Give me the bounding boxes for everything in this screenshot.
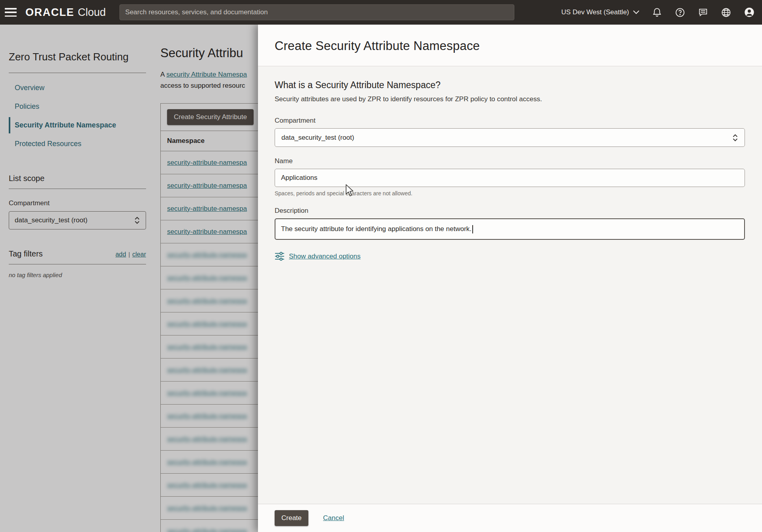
question-body: Security attributes are used by ZPR to i… xyxy=(275,95,745,103)
logo-cloud-text: Cloud xyxy=(78,6,106,19)
namespace-link: security-attribute-namespa xyxy=(167,251,247,259)
show-advanced-options-link[interactable]: Show advanced options xyxy=(289,253,361,260)
text-caret xyxy=(472,225,473,233)
drawer-compartment-value: data_security_test (root) xyxy=(281,134,354,142)
drawer-title: Create Security Attribute Namespace xyxy=(275,39,745,53)
chevron-updown-icon xyxy=(732,134,738,142)
drawer-footer: Create Cancel xyxy=(258,504,762,532)
namespace-link[interactable]: security-attribute-namespa xyxy=(167,182,247,190)
sidebar-item-overview[interactable]: Overview xyxy=(9,79,146,97)
namespace-link: security-attribute-namespa xyxy=(167,527,247,532)
sidebar-nav: Overview Policies Security Attribute Nam… xyxy=(9,79,146,153)
namespace-link: security-attribute-namespa xyxy=(167,343,247,351)
tag-link-separator: | xyxy=(129,251,130,258)
drawer-compartment-select[interactable]: data_security_test (root) xyxy=(275,128,745,147)
description-input[interactable]: The security attribute for identifying a… xyxy=(275,218,745,240)
sidebar: Zero Trust Packet Routing Overview Polic… xyxy=(0,25,155,532)
help-icon[interactable] xyxy=(675,7,685,18)
divider xyxy=(9,73,146,73)
divider xyxy=(9,189,146,189)
namespace-link[interactable]: security-attribute-namespa xyxy=(167,228,247,236)
namespace-link: security-attribute-namespa xyxy=(167,274,247,282)
tag-add-link[interactable]: add xyxy=(115,251,126,258)
sidebar-item-policies[interactable]: Policies xyxy=(9,97,146,116)
compartment-select-value: data_security_test (root) xyxy=(15,216,87,224)
search-input[interactable] xyxy=(119,4,514,20)
oracle-cloud-logo: ORACLE Cloud xyxy=(25,6,106,19)
namespace-link: security-attribute-namespa xyxy=(167,366,247,374)
tag-filters-title: Tag filters xyxy=(9,249,43,258)
create-button[interactable]: Create xyxy=(275,510,308,526)
question-heading: What is a Security Attribute Namespace? xyxy=(275,80,745,91)
globe-icon[interactable] xyxy=(721,7,731,18)
topbar-actions: US Dev West (Seattle) xyxy=(561,7,755,18)
divider xyxy=(9,264,146,264)
region-label: US Dev West (Seattle) xyxy=(561,8,629,16)
tag-clear-link[interactable]: clear xyxy=(132,251,146,258)
chevron-updown-icon xyxy=(134,216,140,224)
namespace-link: security-attribute-namespa xyxy=(167,297,247,305)
namespace-link: security-attribute-namespa xyxy=(167,481,247,489)
namespace-link: security-attribute-namespa xyxy=(167,458,247,466)
compartment-field-label: Compartment xyxy=(275,117,745,125)
sidebar-item-security-attribute-namespace[interactable]: Security Attribute Namespace xyxy=(9,116,146,135)
namespace-link[interactable]: security-attribute-namespa xyxy=(167,205,247,213)
drawer-body: What is a Security Attribute Namespace? … xyxy=(258,66,762,504)
description-value: The security attribute for identifying a… xyxy=(281,225,471,233)
namespace-link[interactable]: security-attribute-namespa xyxy=(167,159,247,167)
sidebar-title: Zero Trust Packet Routing xyxy=(9,51,146,63)
name-input[interactable] xyxy=(275,169,745,187)
feedback-chat-icon[interactable] xyxy=(698,7,708,18)
user-avatar-icon[interactable] xyxy=(744,7,755,18)
topbar: ORACLE Cloud US Dev West (Seattle) xyxy=(0,0,762,25)
notifications-bell-icon[interactable] xyxy=(652,7,662,18)
namespace-doc-link[interactable]: security Attribute Namespa xyxy=(166,71,247,78)
no-tag-filters-text: no tag filters applied xyxy=(9,272,146,278)
namespace-link: security-attribute-namespa xyxy=(167,320,247,328)
compartment-select[interactable]: data_security_test (root) xyxy=(9,211,146,229)
cancel-link[interactable]: Cancel xyxy=(323,514,344,522)
intro-line2: access to supported resourc xyxy=(160,82,245,89)
namespace-link: security-attribute-namespa xyxy=(167,412,247,420)
description-field-label: Description xyxy=(275,207,745,215)
hamburger-menu-icon[interactable] xyxy=(5,8,17,17)
namespace-link: security-attribute-namespa xyxy=(167,504,247,512)
intro-prefix: A xyxy=(160,71,166,78)
namespace-link: security-attribute-namespa xyxy=(167,435,247,443)
name-field-label: Name xyxy=(275,157,745,165)
logo-oracle-text: ORACLE xyxy=(25,6,74,19)
create-namespace-drawer: Create Security Attribute Namespace What… xyxy=(258,25,762,532)
sliders-icon xyxy=(275,252,285,261)
advanced-options-row: Show advanced options xyxy=(275,252,745,261)
region-selector[interactable]: US Dev West (Seattle) xyxy=(561,8,639,16)
chevron-down-icon xyxy=(633,10,639,14)
compartment-label: Compartment xyxy=(9,199,146,207)
name-helper-text: Spaces, periods and special characters a… xyxy=(275,190,745,197)
namespace-link: security-attribute-namespa xyxy=(167,389,247,397)
sidebar-item-protected-resources[interactable]: Protected Resources xyxy=(9,135,146,153)
drawer-header: Create Security Attribute Namespace xyxy=(258,25,762,66)
list-scope-title: List scope xyxy=(9,174,146,183)
create-security-attribute-button[interactable]: Create Security Attribute xyxy=(167,109,254,125)
